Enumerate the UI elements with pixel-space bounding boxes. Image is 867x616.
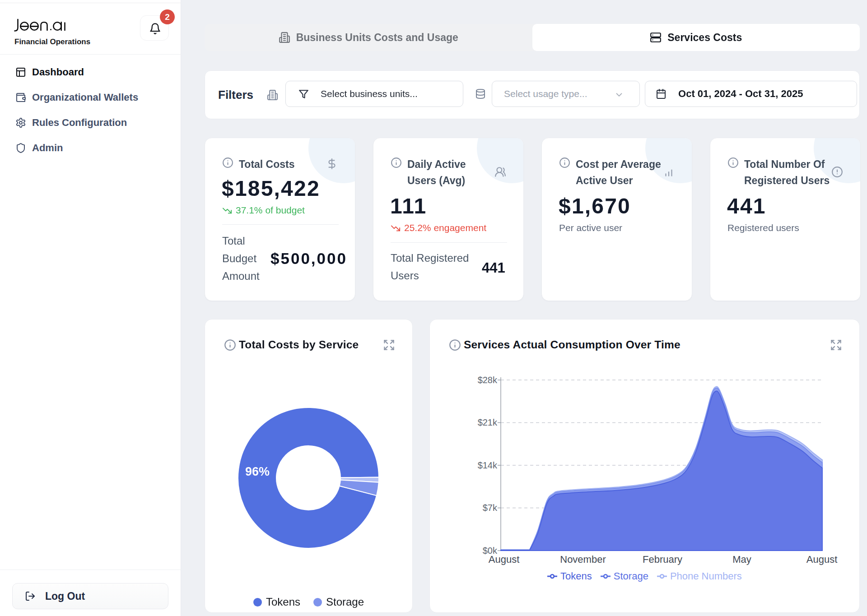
svg-text:May: May [732,554,751,565]
svg-text:August: August [489,554,520,565]
svg-text:$28k: $28k [478,375,498,385]
svg-text:$14k: $14k [478,460,498,470]
svg-text:February: February [643,554,682,565]
svg-text:November: November [560,554,606,565]
svg-text:$7k: $7k [483,503,498,513]
svg-text:$21k: $21k [478,417,498,427]
svg-text:August: August [806,554,838,565]
svg-text:96%: 96% [245,465,270,478]
